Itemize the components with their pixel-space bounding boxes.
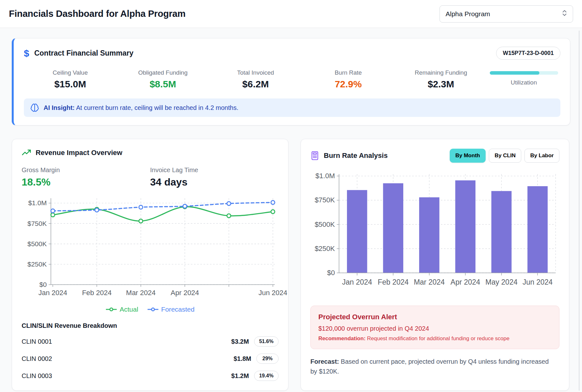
legend-forecasted: Forecasted xyxy=(147,306,195,313)
svg-text:Apr 2024: Apr 2024 xyxy=(451,278,481,286)
revenue-title: Revenue Impact Overview xyxy=(36,149,122,157)
forecast-note: Forecast: Based on current pace, project… xyxy=(310,357,554,376)
svg-text:May 2024: May 2024 xyxy=(485,278,517,286)
revenue-impact-card: Revenue Impact Overview Gross Margin 18.… xyxy=(12,139,288,391)
dollar-icon: $ xyxy=(24,49,29,58)
svg-text:$0: $0 xyxy=(39,281,47,288)
trending-up-icon xyxy=(22,149,31,157)
ai-insight-prefix: AI Insight: xyxy=(44,104,75,111)
metric-ceiling-value: Ceiling Value $15.0M xyxy=(24,69,116,90)
svg-text:Mar 2024: Mar 2024 xyxy=(414,278,445,286)
svg-text:$500K: $500K xyxy=(315,220,335,228)
burn-rate-card: Burn Rate Analysis By Month By CLIN By L… xyxy=(301,139,569,391)
program-select-value: Alpha Program xyxy=(446,10,490,18)
svg-text:Feb 2024: Feb 2024 xyxy=(378,278,409,286)
svg-text:$500K: $500K xyxy=(27,240,47,247)
utilization-progress-fill xyxy=(490,71,540,75)
burn-tabs: By Month By CLIN By Labor xyxy=(450,149,559,163)
program-select[interactable]: Alpha Program xyxy=(440,5,573,23)
svg-text:$1.0M: $1.0M xyxy=(315,172,335,180)
contract-financial-summary-card: $ Contract Financial Summary W15P7T-23-D… xyxy=(12,38,570,125)
chart-legend: Actual Forecasted xyxy=(22,306,279,313)
svg-text:$0: $0 xyxy=(327,269,335,277)
svg-text:Apr 2024: Apr 2024 xyxy=(171,289,199,297)
svg-text:$750K: $750K xyxy=(315,196,335,204)
burn-title: Burn Rate Analysis xyxy=(324,152,388,160)
revenue-line-chart: $0$250K$500K$750K$1.0MJan 2024Feb 2024Ma… xyxy=(22,193,279,302)
svg-text:Feb 2024: Feb 2024 xyxy=(82,289,112,297)
svg-text:$250K: $250K xyxy=(315,245,335,253)
breakdown-row-clin-0003: CLIN 0003 $1.2M 19.4% xyxy=(22,371,279,381)
top-bar: Financials Dashboard for Alpha Program A… xyxy=(0,0,582,28)
gross-margin-metric: Gross Margin 18.5% xyxy=(22,166,150,188)
utilization-widget: Utilization xyxy=(487,69,560,86)
breakdown-row-clin-0001: CLIN 0001 $3.2M 51.6% xyxy=(22,336,279,347)
alert-detail: $120,000 overrun projected in Q4 2024 xyxy=(318,325,551,332)
pct-badge: 19.4% xyxy=(254,371,279,381)
tab-by-clin[interactable]: By CLIN xyxy=(489,149,521,163)
legend-actual: Actual xyxy=(106,306,138,313)
tab-by-labor[interactable]: By Labor xyxy=(524,149,559,163)
alert-recommendation: Recommendation: Request modification for… xyxy=(318,335,551,342)
breakdown-title: CLIN/SLIN Revenue Breakdown xyxy=(22,322,279,329)
svg-text:Jan 2024: Jan 2024 xyxy=(38,289,67,297)
utilization-label: Utilization xyxy=(487,79,560,86)
ai-insight-text: At current burn rate, ceiling will be re… xyxy=(75,104,239,111)
calculator-icon xyxy=(310,151,319,160)
metric-burn-rate: Burn Rate 72.9% xyxy=(302,69,394,90)
metric-total-invoiced: Total Invoiced $6.2M xyxy=(209,69,302,90)
alert-title: Projected Overrun Alert xyxy=(318,313,551,321)
ai-insight-banner: AI Insight: At current burn rate, ceilin… xyxy=(24,98,560,117)
pct-badge: 51.6% xyxy=(254,336,279,347)
contract-number-badge: W15P7T-23-D-0001 xyxy=(496,47,560,60)
page-title: Financials Dashboard for Alpha Program xyxy=(9,9,185,19)
svg-text:Jun 2024: Jun 2024 xyxy=(259,289,288,297)
summary-title: Contract Financial Summary xyxy=(34,49,134,57)
chevron-updown-icon xyxy=(561,10,568,18)
tab-by-month[interactable]: By Month xyxy=(450,149,486,163)
svg-text:$1.0M: $1.0M xyxy=(28,199,47,206)
brain-icon xyxy=(30,103,39,112)
burn-bar-chart: $0$250K$500K$750K$1.0MJan 2024Feb 2024Ma… xyxy=(310,170,560,294)
svg-text:Jun 2024: Jun 2024 xyxy=(523,278,553,286)
metric-obligated-funding: Obligated Funding $8.5M xyxy=(116,69,209,90)
svg-text:$250K: $250K xyxy=(27,260,47,268)
breakdown-row-clin-0002: CLIN 0002 $1.8M 29% xyxy=(22,354,279,364)
invoice-lag-metric: Invoice Lag Time 34 days xyxy=(150,166,279,188)
scrollbar[interactable] xyxy=(579,30,579,391)
svg-text:Jan 2024: Jan 2024 xyxy=(342,278,372,286)
overrun-alert: Projected Overrun Alert $120,000 overrun… xyxy=(310,306,559,349)
pct-badge: 29% xyxy=(256,354,279,364)
utilization-progress-bar xyxy=(490,71,558,75)
svg-text:$750K: $750K xyxy=(27,220,47,227)
metric-remaining-funding: Remaining Funding $2.3M xyxy=(395,69,487,90)
svg-text:Mar 2024: Mar 2024 xyxy=(126,289,156,297)
